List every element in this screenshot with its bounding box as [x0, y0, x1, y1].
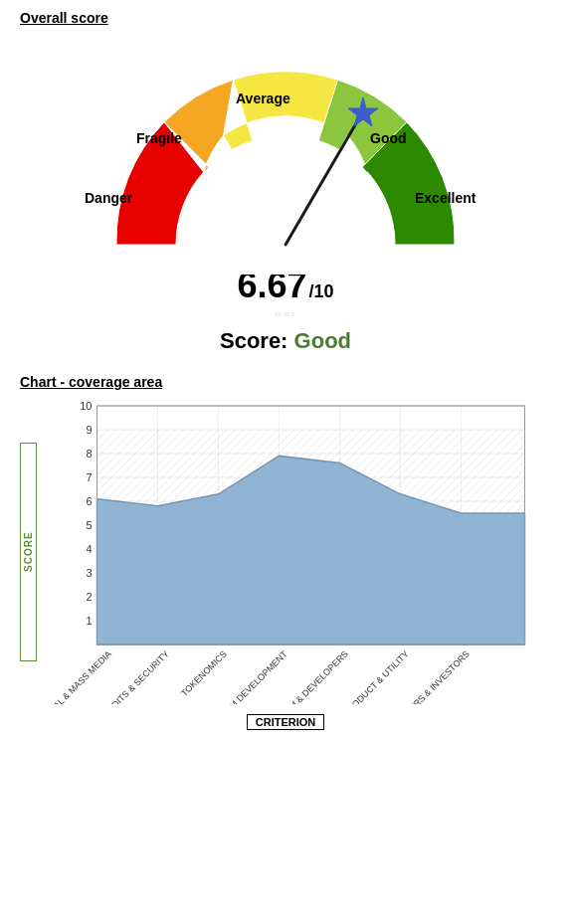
danger-label: Danger	[85, 190, 132, 206]
gauge-container: Danger Fragile Average Good Excellent 6.…	[20, 36, 551, 318]
svg-text:8: 8	[86, 448, 92, 460]
score-good-value: Good	[294, 328, 351, 353]
svg-text:PRODUCT & UTILITY: PRODUCT & UTILITY	[341, 648, 411, 704]
svg-text:SOCIAL & MASS MEDIA: SOCIAL & MASS MEDIA	[41, 648, 113, 704]
svg-text:9: 9	[86, 424, 92, 436]
score-vertical-label: SCORE	[20, 443, 37, 661]
good-label: Good	[370, 130, 407, 146]
svg-text:1: 1	[86, 615, 92, 627]
chart-area: SCORE	[20, 396, 551, 708]
score-label-line: Score: Good	[20, 328, 551, 354]
svg-text:2: 2	[86, 591, 92, 603]
svg-text:4: 4	[86, 543, 92, 555]
excellent-label: Excellent	[415, 190, 476, 206]
overall-score-title: Overall score	[20, 10, 551, 26]
svg-text:3: 3	[86, 567, 92, 579]
score-reflection: 6.67	[275, 311, 295, 317]
svg-text:6: 6	[86, 495, 92, 507]
svg-text:5: 5	[86, 519, 92, 531]
criterion-label: CRITERION	[247, 714, 325, 730]
average-label: Average	[236, 91, 290, 106]
gauge-svg: Danger Fragile Average Good Excellent	[77, 36, 494, 275]
chart-title: Chart - coverage area	[20, 374, 551, 390]
score-denom: /10	[309, 281, 334, 302]
svg-text:7: 7	[86, 471, 92, 483]
chart-wrap: 10 9 8 7 6 5 4 3 2 1 SOCIAL & MASS MEDIA…	[41, 396, 551, 708]
svg-text:TOKENOMICS: TOKENOMICS	[179, 648, 229, 698]
criterion-label-wrap: CRITERION	[20, 714, 551, 730]
svg-text:10: 10	[80, 400, 92, 412]
fragile-label: Fragile	[136, 130, 182, 146]
